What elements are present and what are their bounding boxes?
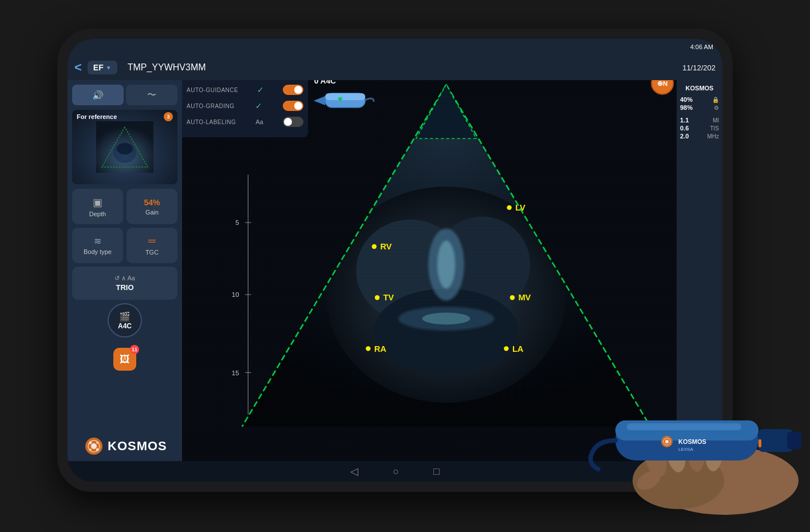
svg-point-62 (665, 440, 669, 443)
guidance-check-icon: ✓ (257, 85, 264, 94)
bodytype-label: Body type (84, 248, 112, 255)
wifi-value: 98% (680, 104, 693, 111)
a4c-camera-icon: 🎬 (119, 311, 131, 322)
mode-selector[interactable]: EF ▼ (88, 61, 117, 74)
settings-icon: ⚙ (714, 105, 719, 111)
bodytype-button[interactable]: ≋ Body type (72, 228, 123, 263)
wave-icon: 〜 (147, 89, 156, 101)
gallery-badge: 11 (130, 345, 139, 354)
auto-labeling-row: AUTO-LABELING Aa (187, 117, 303, 127)
mhz-row: 2.0 MHz (680, 133, 719, 140)
svg-marker-38 (314, 96, 325, 105)
svg-rect-59 (787, 432, 801, 449)
svg-text:LV: LV (515, 203, 525, 212)
svg-point-2 (117, 143, 133, 154)
svg-text:RA: RA (374, 344, 387, 354)
svg-point-43 (89, 442, 92, 444)
depth-icon: ▣ (93, 196, 102, 209)
svg-point-21 (507, 205, 511, 210)
date-display: 11/12/202 (682, 63, 716, 72)
scene: 4:06 AM < EF ▼ TMP_YYWHV3MM 11/12/202 🔊 (0, 0, 810, 532)
auto-guidance-row: AUTO-GUIDANCE ✓ (187, 85, 303, 95)
auto-grading-toggle[interactable] (283, 101, 303, 111)
trio-label: TRIO (116, 283, 133, 292)
status-time: 4:06 AM (690, 43, 713, 50)
depth-button[interactable]: ▣ Depth (72, 189, 123, 224)
reference-label: For reference (77, 113, 117, 120)
svg-point-42 (91, 443, 97, 449)
status-bar: 4:06 AM (68, 39, 722, 55)
auto-guidance-toggle[interactable] (283, 85, 303, 95)
kosmos-brand-text: KOSMOS (108, 439, 167, 454)
mode-dropdown-arrow: ▼ (106, 65, 112, 71)
svg-point-29 (504, 346, 508, 351)
bodytype-icon: ≋ (94, 236, 101, 247)
svg-point-11 (422, 312, 471, 324)
back-nav-button[interactable]: ◁ (350, 465, 358, 478)
mhz-unit: MHz (707, 133, 719, 140)
reference-image (72, 110, 177, 184)
probe-svg: KOSMOS LEXSA (564, 366, 804, 515)
grading-check-icon: ✓ (255, 101, 262, 110)
svg-text:15: 15 (232, 370, 239, 376)
sidebar-tab-sound[interactable]: 🔊 (72, 85, 124, 105)
auto-grading-label: AUTO-GRADING (187, 103, 235, 109)
lock-icon: 🔒 (712, 97, 719, 103)
back-button[interactable]: < (74, 60, 82, 75)
controls-grid: ▣ Depth 54% Gain ≋ Body type ═ TGC (72, 189, 177, 263)
kosmos-brand: KOSMOS (85, 437, 167, 455)
svg-point-7 (374, 288, 519, 372)
trio-icon-row: ↺ ∧ Aa (114, 275, 135, 282)
svg-point-23 (372, 244, 376, 249)
mi-value: 1.1 (680, 117, 689, 124)
probe-device: KOSMOS LEXSA (564, 366, 793, 503)
labeling-aa-icon: Aa (255, 118, 263, 125)
home-nav-button[interactable]: ○ (393, 466, 399, 478)
svg-point-44 (96, 442, 98, 444)
auto-labeling-label: AUTO-LABELING (187, 119, 236, 125)
kosmos-logo-icon (85, 437, 103, 455)
svg-point-45 (89, 448, 92, 451)
svg-point-31 (366, 346, 370, 351)
trio-button[interactable]: ↺ ∧ Aa TRIO (72, 267, 177, 300)
auto-guidance-label: AUTO-GUIDANCE (187, 87, 238, 93)
battery-row: 40% 🔒 (680, 96, 719, 103)
reference-badge: 3 (164, 112, 173, 121)
gain-button[interactable]: 54% Gain (127, 189, 177, 224)
svg-text:♥: ♥ (338, 94, 342, 104)
a4c-button[interactable]: 🎬 A4C (108, 303, 142, 338)
svg-text:LA: LA (512, 344, 524, 354)
depth-label: Depth (89, 211, 106, 217)
battery-value: 40% (680, 96, 693, 103)
mhz-value: 2.0 (680, 133, 689, 140)
kosmos-right-label: KOSMOS (680, 85, 719, 92)
svg-point-25 (510, 295, 515, 300)
svg-text:RV: RV (380, 242, 392, 251)
a4c-label: A4C (118, 322, 132, 330)
recents-nav-button[interactable]: □ (433, 466, 440, 478)
svg-text:MV: MV (518, 293, 531, 302)
sidebar-tab-wave[interactable]: 〜 (126, 85, 177, 105)
wifi-row: 98% ⚙ (680, 104, 719, 111)
auto-labeling-toggle[interactable] (283, 117, 303, 127)
svg-point-46 (96, 448, 99, 451)
patient-id: TMP_YYWHV3MM (123, 62, 677, 73)
gain-value: 54% (144, 198, 160, 207)
tgc-button[interactable]: ═ TGC (127, 228, 177, 263)
tis-value: 0.6 (680, 125, 689, 132)
svg-text:LEXSA: LEXSA (678, 447, 693, 452)
mode-label: EF (93, 63, 104, 72)
svg-text:TV: TV (383, 293, 394, 302)
svg-point-9 (437, 241, 455, 289)
gallery-button[interactable]: 🖼 11 (113, 348, 136, 371)
tgc-icon: ═ (148, 235, 156, 247)
svg-rect-65 (758, 439, 761, 447)
svg-text:10: 10 (232, 291, 239, 298)
a4c-wrapper: 🎬 A4C (72, 303, 177, 341)
gallery-wrapper: 🖼 11 (72, 346, 177, 373)
tis-row: 0.6 TIS (680, 125, 719, 132)
gain-label: Gain (145, 209, 159, 216)
mi-row: 1.1 MI (680, 117, 719, 124)
left-sidebar: 🔊 〜 For reference 3 (68, 80, 182, 461)
svg-point-27 (375, 295, 380, 300)
